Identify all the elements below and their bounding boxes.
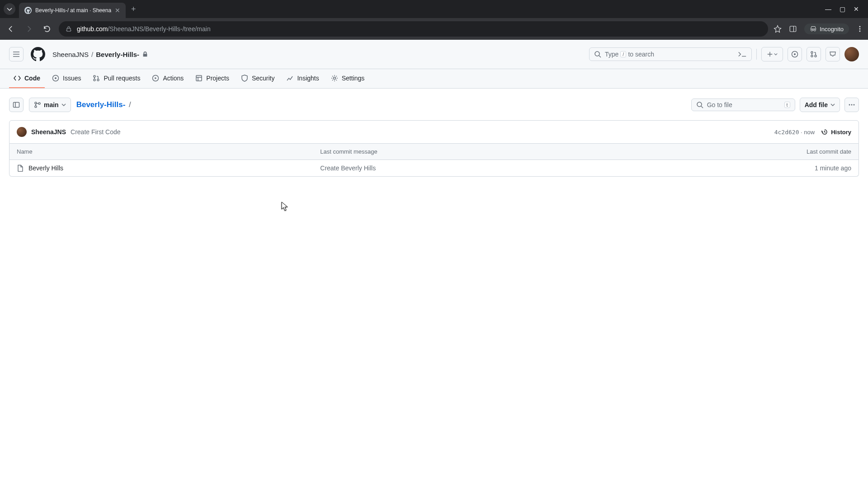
add-file-label: Add file	[805, 101, 828, 108]
svg-point-18	[94, 79, 95, 81]
new-tab-button[interactable]: +	[126, 5, 142, 14]
inbox-button[interactable]	[826, 47, 840, 61]
path-sep: /	[129, 100, 131, 109]
commit-time: now	[804, 129, 815, 136]
content: main Beverly-Hills- / Go to file t Add f…	[0, 89, 868, 186]
forward-button[interactable]	[23, 23, 35, 35]
bookmark-icon[interactable]	[774, 25, 782, 33]
tab-label: Issues	[63, 75, 81, 82]
tab-label: Actions	[163, 75, 184, 82]
gear-icon	[331, 75, 338, 82]
url-text: github.com/SheenaJNS/Beverly-Hills-/tree…	[77, 25, 211, 33]
go-to-file-key: t	[784, 102, 790, 108]
issues-button[interactable]	[788, 47, 802, 61]
svg-point-17	[94, 75, 95, 77]
close-window-button[interactable]: ✕	[854, 5, 859, 13]
pull-requests-button[interactable]	[807, 47, 821, 61]
tab-close-icon[interactable]: ✕	[115, 7, 120, 14]
breadcrumb-sep: /	[91, 51, 93, 58]
tab-label: Code	[24, 75, 40, 82]
chevron-down-icon	[61, 103, 66, 107]
add-file-button[interactable]: Add file	[800, 98, 840, 112]
address-bar-right: Incognito	[774, 23, 863, 34]
toolbar-right: Go to file t Add file	[691, 98, 859, 112]
file-commit-msg[interactable]: Create Beverly Hills	[320, 164, 699, 172]
svg-point-30	[697, 102, 702, 107]
svg-rect-25	[14, 103, 19, 108]
header-right: Type / to search	[589, 47, 859, 61]
go-to-file-input[interactable]: Go to file t	[691, 99, 795, 111]
shield-icon	[241, 75, 248, 82]
site-info-icon[interactable]	[65, 25, 72, 33]
commit-author-avatar[interactable]	[17, 127, 27, 137]
incognito-badge[interactable]: Incognito	[804, 23, 849, 34]
svg-point-6	[859, 31, 861, 32]
commit-sha[interactable]: 4c2d620	[774, 129, 799, 136]
tab-security[interactable]: Security	[236, 69, 279, 88]
branch-select[interactable]: main	[29, 98, 71, 112]
svg-point-13	[811, 55, 813, 57]
branch-icon	[34, 101, 41, 108]
github-favicon-icon	[24, 7, 32, 14]
reload-button[interactable]	[41, 23, 53, 35]
breadcrumb: SheenaJNS / Beverly-Hills-	[52, 51, 148, 58]
issue-icon	[791, 51, 798, 58]
github-logo-icon[interactable]	[31, 47, 45, 61]
address-bar: github.com/SheenaJNS/Beverly-Hills-/tree…	[0, 18, 868, 40]
commit-author[interactable]: SheenaJNS	[31, 128, 66, 136]
breadcrumb-repo[interactable]: Beverly-Hills-	[96, 51, 139, 58]
browser-tab[interactable]: Beverly-Hills-/ at main · Sheena ✕	[19, 3, 126, 18]
browser-menu-icon[interactable]	[856, 25, 863, 33]
history-link[interactable]: History	[821, 128, 851, 136]
tab-settings[interactable]: Settings	[326, 69, 369, 88]
side-panel-icon[interactable]	[789, 25, 797, 33]
hamburger-menu[interactable]	[9, 47, 24, 61]
tab-issues[interactable]: Issues	[47, 69, 85, 88]
commit-message[interactable]: Create First Code	[71, 128, 120, 136]
tab-actions[interactable]: Actions	[147, 69, 188, 88]
svg-point-28	[35, 106, 37, 108]
path-breadcrumb: Beverly-Hills- /	[76, 100, 132, 109]
tab-code[interactable]: Code	[9, 69, 45, 88]
back-button[interactable]	[5, 23, 17, 35]
browser-chrome: Beverly-Hills-/ at main · Sheena ✕ + — ▢…	[0, 0, 868, 40]
tab-label: Security	[252, 75, 275, 82]
incognito-icon	[810, 25, 817, 33]
go-to-file-placeholder: Go to file	[707, 101, 732, 108]
svg-line-8	[599, 56, 601, 57]
svg-point-14	[815, 55, 816, 57]
tab-pull-requests[interactable]: Pull requests	[88, 69, 145, 88]
url-field[interactable]: github.com/SheenaJNS/Beverly-Hills-/tree…	[59, 21, 768, 37]
tab-projects[interactable]: Projects	[191, 69, 234, 88]
file-name[interactable]: Beverly Hills	[28, 164, 63, 172]
minimize-button[interactable]: —	[825, 5, 831, 13]
col-msg: Last commit message	[320, 148, 699, 155]
tab-search-dropdown[interactable]	[4, 3, 15, 15]
tab-insights[interactable]: Insights	[282, 69, 323, 88]
window-controls: — ▢ ✕	[825, 5, 864, 13]
svg-point-33	[851, 104, 853, 106]
graph-icon	[286, 75, 293, 82]
user-avatar[interactable]	[844, 47, 859, 61]
svg-point-5	[859, 28, 861, 30]
svg-point-16	[55, 77, 57, 79]
file-table-head: Name Last commit message Last commit dat…	[9, 144, 859, 160]
breadcrumb-owner[interactable]: SheenaJNS	[52, 51, 89, 58]
play-icon	[152, 75, 159, 82]
pull-request-icon	[93, 75, 100, 82]
repo-root-link[interactable]: Beverly-Hills-	[76, 100, 126, 109]
sidebar-toggle-button[interactable]	[9, 98, 24, 112]
svg-point-32	[849, 104, 850, 106]
command-palette-icon[interactable]	[738, 51, 747, 58]
project-icon	[195, 75, 203, 82]
svg-point-19	[97, 79, 99, 81]
more-options-button[interactable]	[844, 98, 859, 112]
create-new-button[interactable]	[761, 47, 783, 61]
plus-icon	[767, 51, 773, 57]
col-date: Last commit date	[699, 148, 851, 155]
file-commit-date: 1 minute ago	[699, 164, 851, 172]
svg-point-34	[854, 104, 855, 106]
global-search[interactable]: Type / to search	[589, 47, 752, 61]
issue-icon	[52, 75, 59, 82]
maximize-button[interactable]: ▢	[840, 5, 845, 13]
